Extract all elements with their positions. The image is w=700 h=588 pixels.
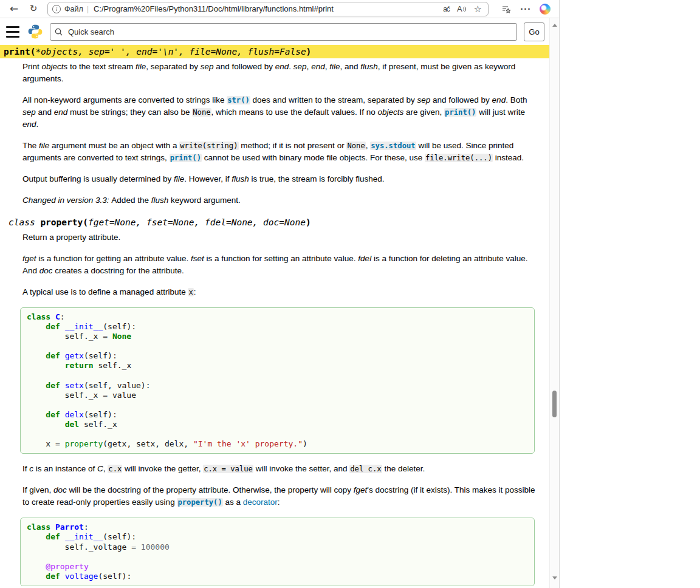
text-span: will invoke the getter, <box>122 464 203 473</box>
copilot-button[interactable] <box>536 1 554 17</box>
code-token <box>27 410 46 419</box>
emphasis-text: fget <box>22 254 36 263</box>
text-span: will just write <box>476 108 525 117</box>
paragraph: Return a property attribute. <box>22 231 536 244</box>
emphasis-text: sep <box>22 108 36 117</box>
search-box <box>50 23 517 41</box>
text-link[interactable]: decorator <box>243 497 278 507</box>
emphasis-text: end <box>275 62 289 71</box>
code-line: self._x = None <box>27 332 528 341</box>
code-token: ) <box>306 217 311 227</box>
reload-button[interactable]: ↻ <box>24 1 43 17</box>
emphasis-text: fset <box>191 254 204 263</box>
emphasis-text: end <box>54 108 68 117</box>
text-span: , <box>307 62 312 71</box>
code-token <box>27 381 46 390</box>
code-token: @property <box>46 562 88 571</box>
code-token: __init__ <box>65 532 103 541</box>
code-token <box>27 572 46 581</box>
inline-code-link[interactable]: sys.stdout <box>370 142 416 150</box>
inline-code-link[interactable]: property() <box>177 498 222 507</box>
text-span: does and written to the stream, separate… <box>250 95 417 104</box>
url-text: C:/Program%20Files/Python311/Doc/html/li… <box>94 4 334 13</box>
code-token: __init__ <box>65 322 103 331</box>
code-token: = <box>103 332 108 341</box>
code-line: def __init__(self): <box>27 322 528 332</box>
code-token: = <box>55 439 60 448</box>
property-description: Return a property attribute. fget is a f… <box>22 231 549 586</box>
emphasis-text: file <box>329 62 340 71</box>
text-span: method; if it is not present or <box>239 141 347 150</box>
address-bar-actions: ać A ☆ <box>436 2 484 16</box>
read-aloud-button[interactable]: A <box>455 2 468 16</box>
code-token <box>108 332 112 341</box>
text-span: will invoke the setter, and <box>253 464 349 473</box>
collections-button[interactable] <box>497 1 515 17</box>
info-icon[interactable]: i <box>52 5 61 13</box>
settings-more-button[interactable]: ··· <box>516 1 535 17</box>
code-line <box>27 552 528 562</box>
code-line: @property <box>27 562 528 572</box>
inline-code-link[interactable]: str() <box>227 96 250 104</box>
code-line: def setx(self, value): <box>27 381 528 391</box>
text-span: A typical use is to define a managed att… <box>22 287 188 296</box>
desktop-background <box>560 0 700 588</box>
code-token: self._x <box>98 361 131 370</box>
emphasis-text: doc <box>39 266 53 275</box>
code-token: ) <box>303 439 307 448</box>
menu-button[interactable] <box>5 26 21 38</box>
address-bar[interactable]: i Файл | C:/Program%20Files/Python311/Do… <box>47 2 489 16</box>
code-token <box>27 361 65 370</box>
translate-button[interactable]: ać <box>441 2 451 16</box>
inline-code-link[interactable]: print() <box>444 108 476 117</box>
text-span: If given, <box>22 485 53 494</box>
code-token: (self, value): <box>84 381 151 390</box>
code-line: self._x = value <box>27 391 528 400</box>
code-token: Parrot <box>55 522 84 532</box>
code-line <box>27 371 528 381</box>
go-button[interactable]: Go <box>524 22 544 41</box>
emphasis-text: end <box>22 120 36 129</box>
text-span: is true, the stream is forcibly flushed. <box>249 174 385 183</box>
inline-code: None <box>192 108 211 117</box>
text-span: The <box>22 141 39 150</box>
more-icon: ··· <box>520 4 531 13</box>
version-changed-note: Changed in version 3.3: Added the flush … <box>22 194 536 207</box>
code-token: (self): <box>103 532 136 541</box>
print-description: Print objects to the text stream file, s… <box>22 61 549 207</box>
favorites-star-button[interactable]: ☆ <box>472 2 484 16</box>
search-input[interactable] <box>67 27 512 37</box>
inline-code: None <box>346 142 365 150</box>
code-token: class <box>27 522 55 532</box>
paragraph: If given, doc will be the docstring of t… <box>22 484 536 508</box>
text-span: the deleter. <box>382 464 425 473</box>
code-token: print <box>4 47 30 56</box>
print-signature: print(*objects, sep=' ', end='\n', file=… <box>0 45 549 58</box>
site-type-label: Файл <box>64 5 83 13</box>
code-line: del self._x <box>27 420 528 429</box>
python-logo-icon <box>27 24 43 39</box>
scrollbar-thumb[interactable] <box>552 391 557 417</box>
scrollbar[interactable] <box>549 18 559 588</box>
version-changed-label: Changed in version 3.3: <box>22 196 111 205</box>
search-icon <box>55 28 63 36</box>
emphasis-text: objects <box>42 62 68 71</box>
code-token: C <box>55 312 60 321</box>
code-token: getx <box>65 351 84 360</box>
reload-icon: ↻ <box>30 4 38 13</box>
python-logo[interactable] <box>27 24 43 39</box>
translate-icon: ać <box>443 5 450 13</box>
text-span: Print <box>22 62 42 71</box>
scrollbar-up-arrow[interactable] <box>550 21 559 29</box>
code-token: = <box>103 391 108 400</box>
scrollbar-down-arrow[interactable] <box>550 573 559 582</box>
text-span: , and <box>340 62 360 71</box>
code-token: del <box>65 420 84 429</box>
code-token: voltage <box>65 572 98 581</box>
inline-code: c.x <box>108 465 122 473</box>
code-token: setx <box>65 381 84 390</box>
inline-code-link[interactable]: print() <box>170 154 202 162</box>
code-token <box>27 420 65 429</box>
address-separator: | <box>87 5 89 13</box>
back-button[interactable]: ← <box>5 1 23 17</box>
